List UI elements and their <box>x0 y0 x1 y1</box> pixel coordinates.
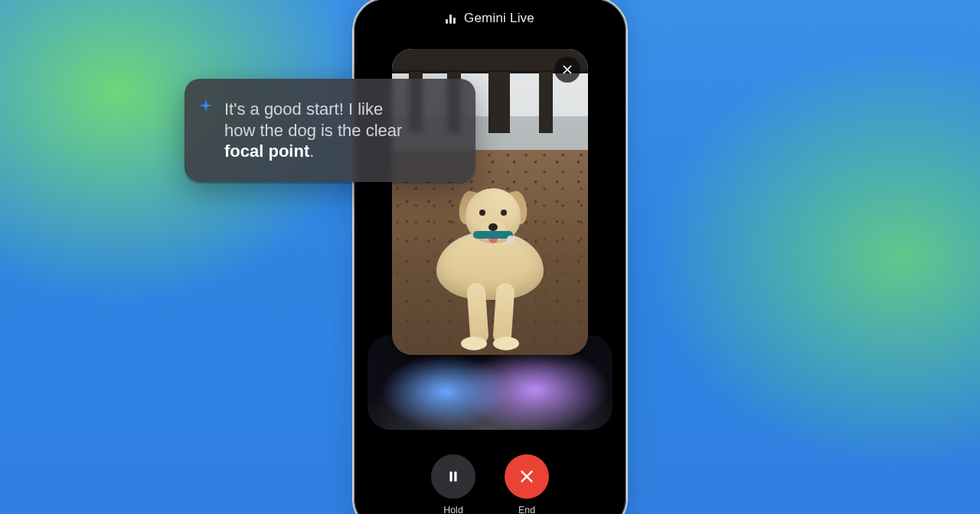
svg-rect-1 <box>454 472 456 482</box>
hold-label: Hold <box>443 505 463 514</box>
svg-rect-0 <box>449 472 452 482</box>
app-header: Gemini Live <box>354 0 626 38</box>
tooltip-line-2: how the dog is the clear <box>224 121 402 140</box>
end-button[interactable] <box>505 454 549 499</box>
hold-control: Hold <box>431 454 475 514</box>
tooltip-line-1: It's a good start! I like <box>224 99 383 119</box>
phone-frame: Gemini Live <box>352 0 628 514</box>
call-controls: Hold End <box>354 454 626 514</box>
end-label: End <box>518 505 535 514</box>
close-icon <box>518 468 535 485</box>
live-waveform-icon <box>446 13 456 24</box>
close-icon <box>561 63 573 76</box>
tooltip-bold: focal point <box>224 142 309 161</box>
app-title: Gemini Live <box>464 11 534 26</box>
gemini-spark-icon <box>198 97 214 112</box>
tooltip-trail: . <box>309 142 314 161</box>
end-control: End <box>505 454 549 514</box>
hold-button[interactable] <box>431 454 475 499</box>
pause-icon <box>445 468 462 485</box>
gemini-response-tooltip: It's a good start! I like how the dog is… <box>185 79 475 182</box>
close-preview-button[interactable] <box>554 57 580 83</box>
